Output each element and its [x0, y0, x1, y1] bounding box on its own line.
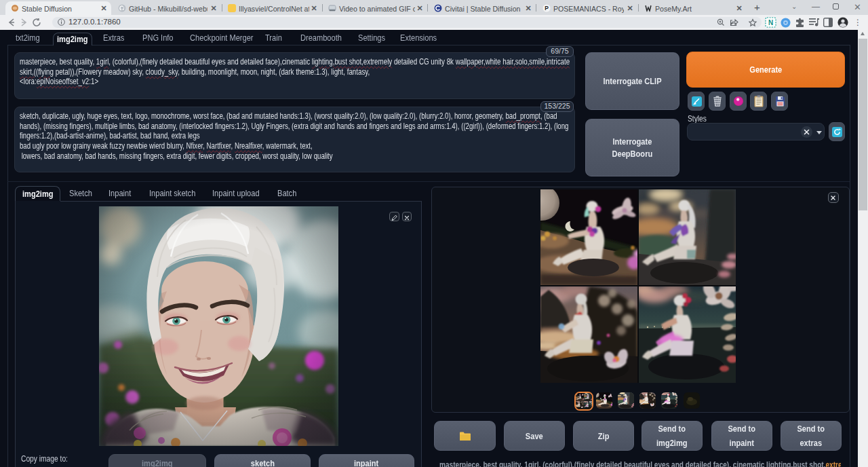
svg-text:P: P: [545, 5, 549, 12]
svg-text:N: N: [768, 19, 773, 26]
